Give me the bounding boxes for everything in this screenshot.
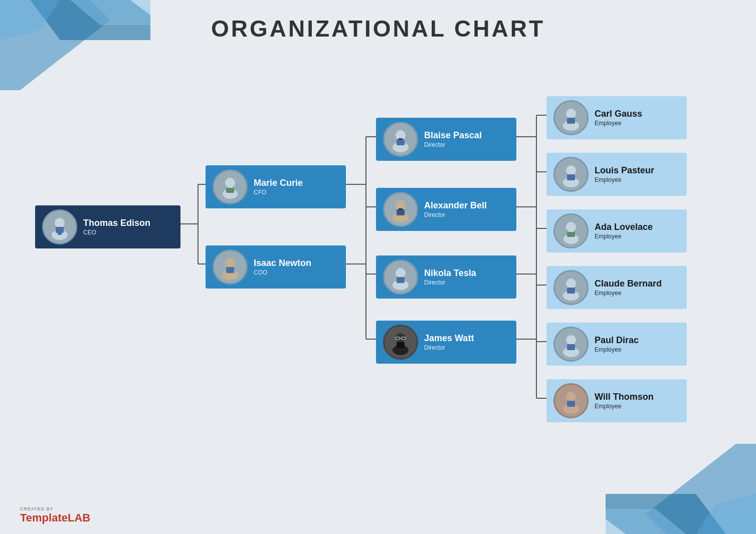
svg-rect-62: [567, 174, 575, 180]
thomson-role: Employee: [595, 403, 654, 410]
svg-point-60: [566, 165, 576, 175]
node-coo: Isaac Newton COO: [206, 245, 346, 289]
chart-container: Thomas Edison CEO Marie Curie CFO: [15, 60, 741, 484]
node-gauss: Carl Gauss Employee: [546, 96, 687, 139]
watt-role: Director: [424, 344, 474, 351]
avatar-cfo: [213, 169, 248, 204]
svg-point-37: [225, 258, 235, 268]
avatar-tesla: [383, 259, 418, 295]
svg-point-30: [55, 218, 65, 228]
card-text-tesla: Nikola Tesla Director: [424, 268, 476, 286]
avatar-lovelace: [553, 213, 589, 248]
node-cfo: Marie Curie CFO: [206, 165, 346, 208]
svg-marker-7: [606, 509, 686, 534]
card-text-cfo: Marie Curie CFO: [254, 178, 303, 196]
svg-rect-32: [56, 227, 64, 233]
bernard-role: Employee: [595, 290, 662, 297]
card-text-pascal: Blaise Pascal Director: [424, 130, 482, 148]
svg-rect-74: [567, 401, 575, 407]
tesla-name: Nikola Tesla: [424, 268, 476, 279]
svg-marker-6: [696, 494, 756, 534]
avatar-ceo: [42, 209, 77, 244]
ceo-role: CEO: [83, 229, 150, 236]
svg-rect-53: [397, 342, 405, 348]
thomson-name: Will Thomson: [595, 392, 654, 403]
pascal-role: Director: [424, 141, 482, 148]
lovelace-role: Employee: [595, 233, 653, 240]
avatar-watt: [383, 325, 418, 360]
svg-point-69: [566, 335, 576, 345]
coo-name: Isaac Newton: [254, 258, 311, 269]
svg-rect-43: [399, 138, 403, 140]
svg-point-48: [396, 268, 406, 278]
bell-name: Alexander Bell: [424, 200, 487, 211]
card-text-lovelace: Ada Lovelace Employee: [595, 222, 653, 240]
avatar-bell: [383, 192, 418, 227]
node-lovelace: Ada Lovelace Employee: [546, 209, 687, 252]
avatar-pasteur: [553, 157, 589, 192]
svg-rect-50: [397, 277, 405, 283]
svg-rect-39: [226, 267, 234, 273]
cfo-role: CFO: [254, 189, 303, 196]
bernard-name: Claude Bernard: [595, 279, 662, 290]
svg-rect-33: [58, 233, 62, 235]
pasteur-name: Louis Pasteur: [595, 165, 654, 176]
svg-point-66: [566, 279, 576, 289]
svg-rect-68: [567, 288, 575, 294]
node-dirac: Paul Dirac Employee: [546, 323, 687, 366]
svg-rect-47: [399, 208, 403, 209]
avatar-bernard: [553, 270, 589, 305]
watermark: CREATED BY TemplateLAB: [20, 507, 90, 524]
card-text-coo: Isaac Newton COO: [254, 258, 311, 276]
node-tesla: Nikola Tesla Director: [376, 255, 516, 299]
watermark-brand: TemplateLAB: [20, 512, 90, 524]
svg-rect-71: [567, 344, 575, 350]
card-text-ceo: Thomas Edison CEO: [83, 218, 150, 236]
card-text-dirac: Paul Dirac Employee: [595, 335, 639, 353]
node-bernard: Claude Bernard Employee: [546, 266, 687, 309]
node-watt: James Watt Director: [376, 321, 516, 364]
node-pasteur: Louis Pasteur Employee: [546, 153, 687, 196]
svg-rect-59: [567, 118, 575, 124]
svg-marker-5: [606, 494, 726, 534]
avatar-thomson: [553, 383, 589, 418]
card-text-pasteur: Louis Pasteur Employee: [595, 165, 654, 183]
card-text-thomson: Will Thomson Employee: [595, 392, 654, 410]
avatar-dirac: [553, 327, 589, 362]
lovelace-name: Ada Lovelace: [595, 222, 653, 233]
node-thomson: Will Thomson Employee: [546, 379, 687, 422]
svg-point-72: [566, 392, 576, 402]
svg-rect-46: [397, 209, 405, 215]
node-pascal: Blaise Pascal Director: [376, 118, 516, 161]
avatar-pascal: [383, 122, 418, 157]
card-text-bell: Alexander Bell Director: [424, 200, 487, 218]
node-bell: Alexander Bell Director: [376, 188, 516, 231]
svg-rect-42: [397, 139, 405, 145]
card-text-gauss: Carl Gauss Employee: [595, 109, 642, 127]
pasteur-role: Employee: [595, 176, 654, 183]
coo-role: COO: [254, 269, 311, 276]
card-text-watt: James Watt Director: [424, 333, 474, 351]
ceo-name: Thomas Edison: [83, 218, 150, 229]
cfo-name: Marie Curie: [254, 178, 303, 189]
avatar-gauss: [553, 100, 589, 135]
watt-name: James Watt: [424, 333, 474, 344]
tesla-role: Director: [424, 279, 476, 286]
dirac-name: Paul Dirac: [595, 335, 639, 346]
avatar-coo: [213, 249, 248, 285]
pascal-name: Blaise Pascal: [424, 130, 482, 141]
dirac-role: Employee: [595, 346, 639, 353]
bell-role: Director: [424, 211, 487, 218]
svg-point-57: [566, 109, 576, 119]
gauss-name: Carl Gauss: [595, 109, 642, 120]
card-text-bernard: Claude Bernard Employee: [595, 279, 662, 297]
gauss-role: Employee: [595, 120, 642, 127]
node-ceo: Thomas Edison CEO: [35, 205, 180, 248]
page-title: ORGANIZATIONAL CHART: [0, 15, 756, 42]
